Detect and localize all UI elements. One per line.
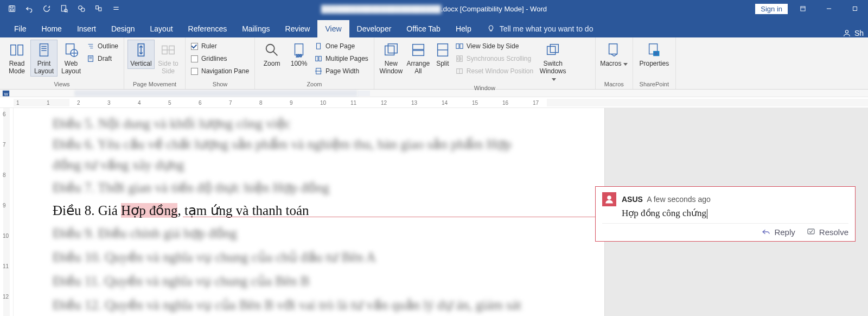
- ribbon-display-options-button[interactable]: [792, 2, 814, 16]
- reset-pos-icon: [456, 67, 463, 75]
- qat-customize-button[interactable]: [108, 2, 124, 16]
- group-label-window: Window: [378, 84, 592, 93]
- ruler-checkbox[interactable]: Ruler: [191, 41, 249, 52]
- page-width-button[interactable]: Page Width: [315, 66, 368, 77]
- synchronous-scrolling-button: Synchronous Scrolling: [456, 53, 533, 64]
- read-mode-button[interactable]: Read Mode: [3, 40, 30, 77]
- print-preview-button[interactable]: [56, 2, 72, 16]
- svg-rect-27: [388, 44, 397, 53]
- magnifier-icon: [263, 41, 281, 59]
- redo-button[interactable]: [39, 2, 54, 16]
- checkbox-icon: [191, 68, 198, 75]
- share-button[interactable]: Sh: [843, 29, 868, 37]
- doc-text-post: , tạm ứng và thanh toán: [177, 203, 309, 218]
- comment-text[interactable]: Hợp đồng công chứng: [622, 207, 848, 219]
- doc-text-selection: Hợp đồng: [121, 203, 177, 218]
- arrows-horizontal-icon: [159, 41, 177, 59]
- zoom-button[interactable]: Zoom: [258, 40, 285, 69]
- svg-rect-31: [456, 44, 459, 49]
- share-label: Sh: [854, 29, 864, 37]
- svg-rect-9: [801, 7, 805, 11]
- undo-button[interactable]: [22, 2, 37, 16]
- checkbox-icon: [191, 55, 198, 62]
- macros-button[interactable]: Macros: [599, 40, 629, 69]
- document-visible-line[interactable]: Điều 8. Giá Hợp đồng, tạm ứng và thanh t…: [53, 203, 550, 218]
- web-layout-button[interactable]: Web Layout: [58, 40, 85, 77]
- checkbox-checked-icon: [191, 43, 198, 50]
- svg-rect-26: [385, 46, 394, 55]
- comment-reply-button[interactable]: Reply: [761, 227, 795, 237]
- qat-button-5[interactable]: [74, 2, 89, 16]
- document-tab-close[interactable]: [358, 91, 370, 96]
- svg-rect-24: [319, 56, 321, 61]
- tell-me-label: Tell me what you want to do: [500, 24, 593, 33]
- comment-resolve-button[interactable]: Resolve: [806, 227, 848, 237]
- tab-office-tab[interactable]: Office Tab: [399, 20, 448, 37]
- comment-author: ASUS: [622, 195, 643, 204]
- tab-layout[interactable]: Layout: [143, 20, 181, 37]
- svg-point-19: [266, 45, 275, 53]
- blurred-line: Điều 11. Quyền và nghĩa vụ chung của Bên…: [53, 274, 310, 288]
- side-to-side-button: Side to Side: [155, 40, 182, 77]
- maximize-button[interactable]: [844, 2, 866, 16]
- vertical-ruler[interactable]: 6789101112: [0, 108, 14, 316]
- svg-rect-8: [99, 8, 101, 11]
- switch-windows-icon: [544, 41, 562, 59]
- print-layout-button[interactable]: Print Layout: [30, 40, 58, 77]
- gridlines-checkbox[interactable]: Gridlines: [191, 53, 249, 64]
- title-hidden: ████████████████████████: [321, 5, 441, 13]
- multiple-pages-button[interactable]: Multiple Pages: [315, 53, 368, 64]
- blurred-line: đồng tư vấng xây dựng: [53, 157, 184, 172]
- group-label-zoom: Zoom: [258, 80, 371, 89]
- svg-rect-7: [96, 6, 99, 9]
- navigation-pane-checkbox[interactable]: Navigation Pane: [191, 66, 249, 77]
- one-page-button[interactable]: One Page: [315, 41, 368, 52]
- qat-button-6[interactable]: [91, 2, 106, 16]
- outline-icon: [87, 42, 94, 50]
- draft-button[interactable]: Draft: [87, 53, 118, 64]
- new-window-button[interactable]: New Window: [378, 40, 405, 77]
- svg-rect-29: [413, 50, 424, 55]
- one-page-icon: [315, 42, 322, 50]
- minimize-button[interactable]: [818, 2, 840, 16]
- view-side-by-side-button[interactable]: View Side by Side: [456, 41, 533, 52]
- reset-window-position-button: Reset Window Position: [456, 66, 533, 77]
- horizontal-ruler[interactable]: 11234567891011121314151617: [0, 97, 868, 108]
- svg-rect-3: [61, 5, 66, 11]
- macros-icon: [605, 41, 623, 59]
- book-icon: [8, 41, 26, 59]
- group-label-macros: Macros: [599, 80, 629, 89]
- tab-file[interactable]: File: [7, 20, 34, 37]
- comment-box[interactable]: ASUS A few seconds ago Hợp đồng công chứ…: [595, 186, 856, 242]
- tab-review[interactable]: Review: [278, 20, 318, 37]
- lightbulb-icon: [487, 24, 495, 33]
- tab-design[interactable]: Design: [104, 20, 143, 37]
- outline-button[interactable]: Outline: [87, 41, 118, 52]
- document-tab[interactable]: [75, 91, 357, 96]
- word-doc-icon: W: [2, 90, 10, 97]
- split-button[interactable]: Split: [432, 40, 454, 69]
- tab-references[interactable]: References: [181, 20, 235, 37]
- arrange-all-button[interactable]: Arrange All: [405, 40, 432, 77]
- tab-developer[interactable]: Developer: [349, 20, 399, 37]
- group-label-show: Show: [189, 80, 251, 89]
- tell-me-search[interactable]: Tell me what you want to do: [479, 20, 601, 37]
- svg-rect-28: [413, 45, 424, 49]
- sign-in-button[interactable]: Sign in: [755, 4, 788, 14]
- window-new-icon: [382, 41, 400, 59]
- zoom-100-button[interactable]: 100 100%: [285, 40, 312, 69]
- comment-connector: [183, 217, 606, 217]
- svg-rect-32: [460, 44, 463, 49]
- properties-button[interactable]: S Properties: [636, 40, 672, 69]
- tab-insert[interactable]: Insert: [69, 20, 104, 37]
- switch-windows-button[interactable]: Switch Windows: [535, 40, 570, 84]
- svg-point-6: [81, 8, 85, 12]
- globe-icon: [62, 41, 80, 59]
- vertical-button[interactable]: Vertical: [127, 40, 155, 69]
- tab-home[interactable]: Home: [34, 20, 69, 37]
- save-button[interactable]: [4, 2, 20, 16]
- tab-mailings[interactable]: Mailings: [234, 20, 277, 37]
- tab-view[interactable]: View: [317, 20, 349, 37]
- tab-help[interactable]: Help: [448, 20, 479, 37]
- blurred-line: Điều 5. Nội dung và khối lượng công việc: [53, 116, 291, 131]
